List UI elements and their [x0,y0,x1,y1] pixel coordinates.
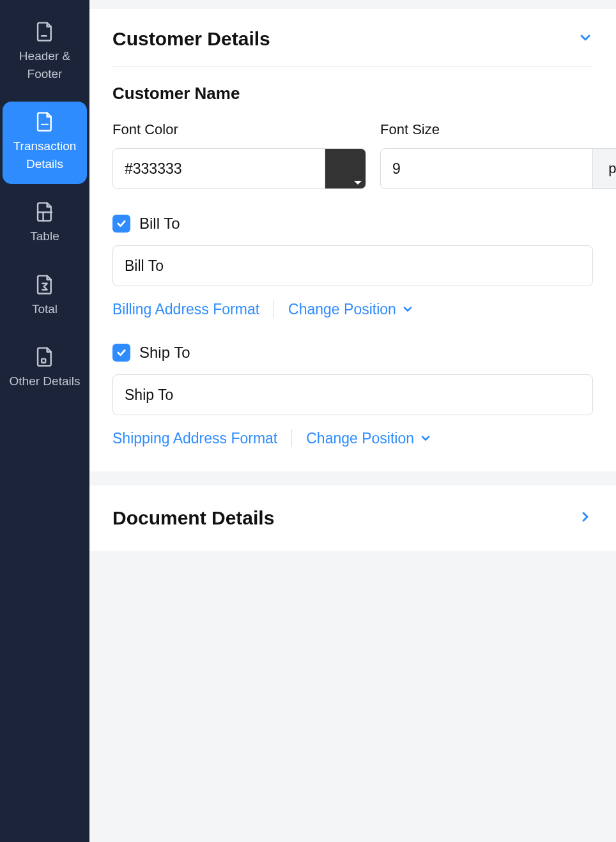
sidebar-item-label: Header & Footer [8,47,82,82]
main-content: Customer Details Customer Name Font Colo… [89,0,616,842]
bill-to-checkbox[interactable] [112,215,130,233]
panel-title: Customer Details [112,28,270,50]
file-other-icon [35,346,54,367]
font-size-label: Font Size [380,121,616,138]
ship-to-check-line: Ship To [112,344,593,362]
divider [291,429,292,447]
link-text: Change Position [288,301,396,318]
file-icon [35,20,54,42]
font-color-swatch[interactable] [325,149,366,188]
ship-to-input[interactable] [112,374,593,415]
font-color-label: Font Color [112,121,366,138]
chevron-down-icon [401,303,414,316]
ship-to-checkbox[interactable] [112,344,130,362]
sidebar-item-label: Transaction Details [8,137,82,172]
file-text-icon [35,111,54,132]
shipping-address-format-link[interactable]: Shipping Address Format [112,430,277,447]
bill-to-input[interactable] [112,245,593,286]
bill-to-check-line: Bill To [112,215,593,233]
sidebar-item-total[interactable]: Total [3,264,87,330]
document-details-panel: Document Details [89,486,616,551]
chevron-right-icon [578,509,593,527]
sidebar-item-table[interactable]: Table [3,192,87,257]
ship-to-link-row: Shipping Address Format Change Position [112,429,593,447]
font-size-input-group: pt [380,148,616,189]
link-text: Change Position [306,430,414,447]
sidebar-item-other-details[interactable]: Other Details [3,337,87,402]
sidebar-item-label: Total [32,300,58,318]
table-icon [35,201,54,222]
customer-name-heading: Customer Name [112,84,593,103]
font-size-input[interactable] [381,149,592,188]
chevron-down-icon [578,30,593,48]
bill-to-change-position-link[interactable]: Change Position [288,301,414,318]
bill-to-label: Bill To [139,215,180,233]
sigma-icon [35,273,54,295]
ship-to-change-position-link[interactable]: Change Position [306,430,432,447]
panel-title: Document Details [112,507,274,529]
sidebar: Header & Footer Transaction Details [0,0,89,842]
ship-to-label: Ship To [139,344,190,362]
svg-rect-5 [42,359,45,363]
font-color-input[interactable] [113,149,325,188]
sidebar-item-header-footer[interactable]: Header & Footer [3,11,87,94]
chevron-down-icon [419,432,432,445]
divider [273,300,274,318]
sidebar-item-label: Table [30,227,59,245]
sidebar-item-transaction-details[interactable]: Transaction Details [3,102,87,184]
customer-details-body: Customer Name Font Color Font Size [89,67,616,471]
bill-to-link-row: Billing Address Format Change Position [112,300,593,318]
sidebar-item-label: Other Details [10,372,81,390]
font-size-unit: pt [592,149,616,188]
customer-details-header[interactable]: Customer Details [89,9,616,66]
billing-address-format-link[interactable]: Billing Address Format [112,301,259,318]
document-details-header[interactable]: Document Details [89,486,616,551]
customer-details-panel: Customer Details Customer Name Font Colo… [89,9,616,471]
font-color-input-group [112,148,366,189]
